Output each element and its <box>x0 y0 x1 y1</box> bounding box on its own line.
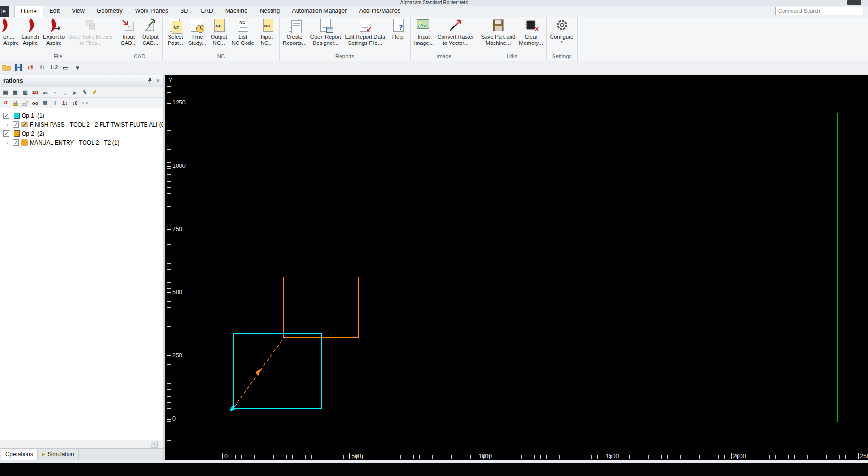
window-controls[interactable] <box>847 0 861 5</box>
undo-icon[interactable]: ↺ <box>26 63 34 72</box>
tab-machine[interactable]: Machine <box>219 6 254 17</box>
tab-work-planes[interactable]: Work Planes <box>129 6 175 17</box>
subscript-numbers-icon[interactable]: ₁₂₃ <box>41 88 50 97</box>
edit-operation-icon[interactable]: ✎ <box>80 88 89 97</box>
save-icon[interactable] <box>14 63 23 72</box>
convert-aspire-button[interactable]: ert...Aspire <box>1 17 19 46</box>
raster-vector-icon <box>448 18 464 33</box>
output-cad-button[interactable]: OutputCAD... <box>139 17 161 46</box>
tab-geometry[interactable]: Geometry <box>91 6 129 17</box>
checkbox-checked-icon[interactable]: ✓ <box>13 139 19 146</box>
operations-panel: rations × ▣▦▨123₁₂₃↑↓►✎✐ ↺oo▦i1↕↕81↓2 ✓O… <box>0 75 163 460</box>
panel-tab-simulation[interactable]: ▶Simulation <box>38 449 79 460</box>
aspire-flame-icon <box>22 18 38 33</box>
configure-button[interactable]: Configure▾ <box>548 17 576 44</box>
open-file-icon[interactable] <box>2 63 11 72</box>
launch-aspire-button[interactable]: LaunchAspire <box>19 17 41 46</box>
operation-desc: 2 FLT TWIST FLUTE ALI (6.35MM <box>95 121 163 128</box>
operations-panel-header: rations × <box>0 75 163 87</box>
help-button[interactable]: ?Help <box>387 17 409 40</box>
panel-tab-operations[interactable]: Operations <box>1 449 38 460</box>
x-axis-label: 1000 <box>477 453 492 459</box>
order-up-icon[interactable]: 1↕ <box>60 99 69 107</box>
grid-view-icon[interactable]: ▦ <box>11 88 20 97</box>
highlight-icon[interactable]: ✐ <box>90 88 99 97</box>
entry-arrowhead-icon <box>230 406 235 412</box>
save-solid-bodies-button[interactable]: Save Solid Bodiesto Files... <box>67 17 114 46</box>
sequence-numbers-icon[interactable]: 1↓2 <box>50 63 58 72</box>
op-label: Op 1 <box>22 113 34 119</box>
pin-icon[interactable] <box>147 77 152 85</box>
redo-icon[interactable]: ↻ <box>38 63 46 72</box>
renumber-icon[interactable]: 1↓2 <box>80 99 89 107</box>
ribbon-group-label: Utils <box>479 53 545 61</box>
select-post-icon: NC <box>167 18 183 33</box>
status-bar <box>0 463 868 476</box>
input-cad-button[interactable]: InputCAD... <box>118 17 139 46</box>
tab-automation-manager[interactable]: Automation Manager <box>286 6 353 17</box>
y-axis-label: 250 <box>172 352 182 359</box>
find-icon[interactable]: oo <box>31 99 40 107</box>
clear-memory-button[interactable]: ×ClearMemory... <box>517 17 545 46</box>
lock-icon[interactable] <box>11 99 20 107</box>
tab-home[interactable]: Home <box>14 6 43 17</box>
export-to-aspire-button[interactable]: Export toAspire <box>41 17 67 46</box>
tree-row[interactable]: ✓Op 1(1) <box>0 111 163 120</box>
numbers-icon[interactable]: 123 <box>31 88 40 97</box>
input-nc-icon: NC→ <box>259 18 275 33</box>
panel-hscrollbar[interactable]: › <box>0 440 163 448</box>
reset-icon[interactable]: ↺ <box>1 99 10 107</box>
open-report-designer-button[interactable]: Open ReportDesigner... <box>308 17 343 46</box>
input-nc-button[interactable]: NC→InputNC... <box>256 17 278 46</box>
expand-icon[interactable]: › <box>6 122 11 128</box>
tab-edit[interactable]: Edit <box>43 6 66 17</box>
move-down-icon[interactable]: ↓ <box>60 88 69 97</box>
command-search-input[interactable] <box>775 7 863 15</box>
tree-row[interactable]: ›✓MANUAL ENTRYTOOL 2T2 (1) <box>0 138 163 147</box>
close-icon[interactable]: × <box>156 78 160 84</box>
ribbon-tabs: HomeEditViewGeometryWork Planes3DCADMach… <box>14 6 407 17</box>
output-cad-icon <box>142 18 158 33</box>
convert-raster-to-vector-button[interactable]: Convert Rasterto Vector... <box>435 17 476 46</box>
checkbox-checked-icon[interactable]: ✓ <box>3 130 9 137</box>
grid-edit-icon[interactable]: ▨ <box>21 88 30 97</box>
info-icon[interactable]: i <box>51 99 60 107</box>
tab-add-ins-macros[interactable]: Add-Ins/Macros <box>353 6 407 17</box>
save-part-and-machine-button[interactable]: Save Part andMachine... <box>479 17 517 46</box>
tab-nesting[interactable]: Nesting <box>254 6 286 17</box>
quick-access-icons: ↺↻1↓2▭▾ <box>0 61 868 74</box>
unlock-icon[interactable] <box>21 99 30 107</box>
ribbon-group-file: ert...AspireLaunchAspireExport toAspireS… <box>0 17 116 61</box>
pick-operation-icon[interactable]: ► <box>70 88 79 97</box>
ribbon-tab-bar: HomeEditViewGeometryWork Planes3DCADMach… <box>0 6 868 17</box>
checkbox-checked-icon[interactable]: ✓ <box>3 113 9 119</box>
order-down-icon[interactable]: ↕8 <box>70 99 79 107</box>
operation-name: FINISH PASS <box>30 121 65 128</box>
checkbox-checked-icon[interactable]: ✓ <box>13 121 19 128</box>
output-nc-button[interactable]: NC→OutputNC... <box>208 17 230 46</box>
move-up-icon[interactable]: ↑ <box>51 88 60 97</box>
scroll-right-icon[interactable]: › <box>151 441 158 448</box>
select-post-button[interactable]: NCSelectPost... <box>164 17 186 46</box>
tree-row[interactable]: ✓Op 2(2) <box>0 129 163 138</box>
qat-dropdown-icon[interactable]: ▾ <box>73 63 82 72</box>
create-reports-button[interactable]: CreateReports... <box>281 17 308 46</box>
operations-toolbar-row2: ↺oo▦i1↕↕81↓2 <box>0 98 163 108</box>
drawing-canvas[interactable]: Y 12501000750500250005001000150020002500 <box>165 75 868 460</box>
input-image-button[interactable]: →InputImage... <box>412 17 436 46</box>
operation-desc: T2 (1) <box>104 139 119 146</box>
tab-3d[interactable]: 3D <box>174 6 194 17</box>
grid-numbers-icon[interactable]: ▦ <box>41 99 50 107</box>
display-window-icon[interactable]: ▣ <box>1 88 10 97</box>
edit-report-data-settings-button[interactable]: ✓Edit Report DataSettings File... <box>343 17 387 46</box>
time-study-button[interactable]: TimeStudy... <box>186 17 208 46</box>
file-menu-button[interactable]: le <box>0 6 9 17</box>
tab-view[interactable]: View <box>66 6 91 17</box>
list-nc-code-button[interactable]: NCListNC Code <box>230 17 256 46</box>
tree-row[interactable]: ›✓FINISH PASSTOOL 22 FLT TWIST FLUTE ALI… <box>0 120 163 129</box>
op-count: (2) <box>37 130 44 137</box>
tab-cad[interactable]: CAD <box>194 6 219 17</box>
expand-icon[interactable]: › <box>6 140 11 146</box>
window-layout-icon[interactable]: ▭ <box>61 63 70 72</box>
list-nc-icon: NC <box>235 18 251 33</box>
